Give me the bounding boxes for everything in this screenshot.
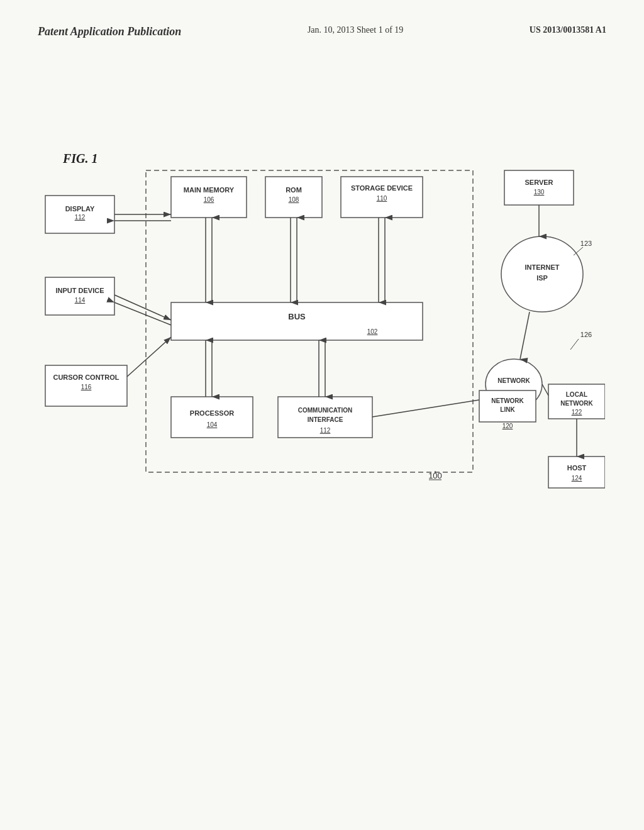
svg-rect-35 bbox=[504, 170, 574, 205]
svg-text:112: 112 bbox=[320, 427, 331, 434]
header: Patent Application Publication Jan. 10, … bbox=[38, 25, 606, 38]
svg-text:ROM: ROM bbox=[286, 186, 302, 194]
svg-text:123: 123 bbox=[580, 240, 592, 247]
svg-text:INTERNET: INTERNET bbox=[525, 263, 560, 271]
svg-text:MAIN MEMORY: MAIN MEMORY bbox=[184, 186, 235, 194]
svg-text:122: 122 bbox=[572, 409, 582, 416]
svg-line-60 bbox=[127, 337, 171, 377]
svg-text:112: 112 bbox=[75, 214, 86, 221]
svg-line-71 bbox=[372, 400, 479, 417]
svg-text:STORAGE DEVICE: STORAGE DEVICE bbox=[351, 184, 413, 192]
svg-text:130: 130 bbox=[534, 189, 545, 196]
svg-text:102: 102 bbox=[367, 328, 378, 335]
sheet-info: Jan. 10, 2013 Sheet 1 of 19 bbox=[308, 25, 403, 35]
svg-text:COMMUNICATION: COMMUNICATION bbox=[298, 407, 352, 414]
svg-text:LOCAL: LOCAL bbox=[566, 391, 587, 398]
patent-diagram: 100 DISPLAY 112 INPUT DEVICE 114 CURSOR … bbox=[39, 152, 605, 504]
diagram-area: FIG. 1 100 bbox=[38, 152, 606, 504]
svg-text:ISP: ISP bbox=[536, 274, 548, 282]
fig-label: FIG. 1 bbox=[63, 152, 98, 166]
svg-text:CURSOR CONTROL: CURSOR CONTROL bbox=[53, 374, 119, 381]
svg-line-58 bbox=[114, 295, 171, 320]
svg-text:108: 108 bbox=[289, 196, 299, 203]
patent-number: US 2013/0013581 A1 bbox=[530, 25, 606, 35]
page: Patent Application Publication Jan. 10, … bbox=[0, 0, 644, 830]
svg-text:NETWORK: NETWORK bbox=[497, 377, 530, 384]
svg-text:DISPLAY: DISPLAY bbox=[65, 205, 95, 213]
svg-rect-28 bbox=[171, 397, 253, 438]
svg-text:NETWORK: NETWORK bbox=[560, 400, 593, 407]
svg-text:106: 106 bbox=[204, 196, 214, 203]
svg-text:116: 116 bbox=[81, 384, 92, 390]
svg-text:PROCESSOR: PROCESSOR bbox=[190, 409, 234, 417]
svg-text:HOST: HOST bbox=[567, 464, 587, 472]
svg-rect-10 bbox=[45, 277, 114, 315]
svg-text:124: 124 bbox=[572, 475, 582, 482]
svg-line-77 bbox=[570, 339, 579, 350]
svg-text:INPUT DEVICE: INPUT DEVICE bbox=[55, 287, 104, 294]
svg-text:104: 104 bbox=[207, 421, 218, 428]
publication-label: Patent Application Publication bbox=[38, 25, 181, 38]
svg-line-73 bbox=[520, 312, 530, 359]
svg-text:120: 120 bbox=[502, 423, 513, 429]
svg-text:LINK: LINK bbox=[500, 406, 515, 413]
svg-text:BUS: BUS bbox=[288, 312, 306, 321]
svg-line-59 bbox=[114, 302, 171, 325]
svg-text:INTERFACE: INTERFACE bbox=[308, 416, 343, 423]
svg-text:SERVER: SERVER bbox=[525, 179, 553, 186]
svg-rect-25 bbox=[171, 302, 423, 340]
svg-text:110: 110 bbox=[377, 195, 387, 202]
svg-text:114: 114 bbox=[75, 297, 86, 304]
svg-text:126: 126 bbox=[580, 331, 592, 338]
svg-rect-53 bbox=[548, 456, 605, 488]
svg-text:NETWORK: NETWORK bbox=[491, 397, 524, 404]
svg-line-74 bbox=[542, 384, 548, 396]
